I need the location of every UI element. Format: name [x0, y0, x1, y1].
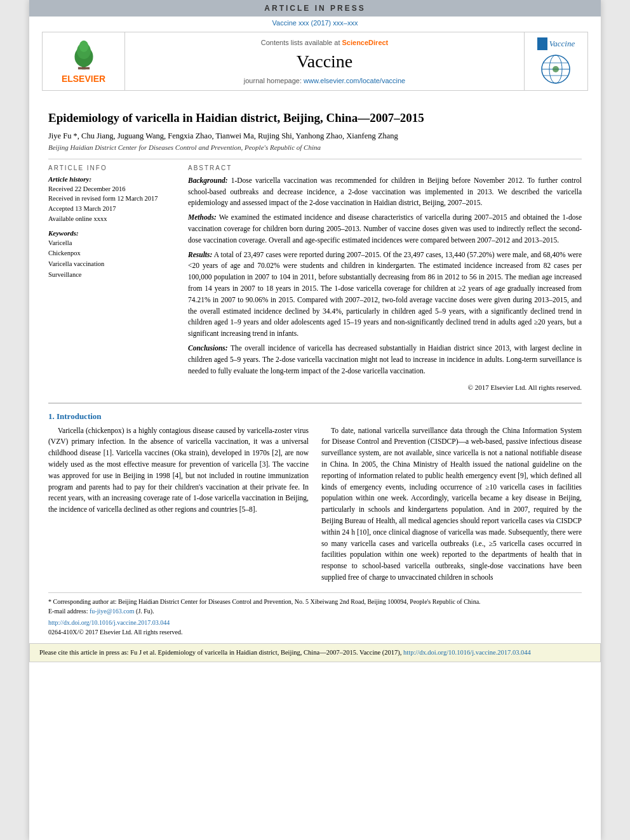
- abstract-text: Background: 1-Dose varicella vaccination…: [188, 175, 582, 393]
- introduction-section: 1. Introduction Varicella (chickenpox) i…: [29, 411, 601, 587]
- vaccine-flag-icon: [537, 37, 547, 50]
- corresponding-author-note: * Corresponding author at: Beijing Haidi…: [48, 597, 582, 606]
- conclusions-label: Conclusions:: [188, 344, 228, 352]
- background-text: 1-Dose varicella vaccination was recomme…: [188, 177, 582, 207]
- section-number: 1.: [48, 411, 55, 421]
- results-label: Results:: [188, 251, 212, 258]
- abstract-results: Results: A total of 23,497 cases were re…: [188, 250, 582, 340]
- citation-prefix: Please cite this article in press as: Fu…: [39, 649, 403, 656]
- intro-two-columns: Varicella (chickenpox) is a highly conta…: [48, 425, 582, 587]
- article-title: Epidemiology of varicella in Haidian dis…: [48, 110, 582, 126]
- methods-label: Methods:: [188, 213, 217, 221]
- article-info-label: ARTICLE INFO: [48, 164, 175, 171]
- intro-left-text: Varicella (chickenpox) is a highly conta…: [48, 425, 309, 516]
- abstract-conclusions: Conclusions: The overall incidence of va…: [188, 343, 582, 377]
- vaccine-brand-text: Vaccine: [549, 39, 575, 49]
- svg-point-10: [553, 66, 559, 72]
- footnote-area: * Corresponding author at: Beijing Haidi…: [48, 592, 582, 637]
- article-history-label: Article history:: [48, 175, 175, 183]
- article-history-group: Article history: Received 22 December 20…: [48, 175, 175, 224]
- elsevier-tree-icon: [65, 39, 103, 71]
- main-content: Epidemiology of varicella in Haidian dis…: [29, 93, 601, 404]
- accepted-date: Accepted 13 March 2017: [48, 204, 175, 214]
- article-info-column: ARTICLE INFO Article history: Received 2…: [48, 164, 175, 393]
- citation-link[interactable]: http://dx.doi.org/10.1016/j.vaccine.2017…: [403, 649, 531, 656]
- available-online: Available online xxxx: [48, 214, 175, 224]
- keyword-4: Surveillance: [48, 270, 175, 281]
- svg-point-3: [79, 40, 88, 51]
- section-title: 1. Introduction: [48, 411, 582, 422]
- svg-rect-4: [77, 67, 89, 69]
- revised-date: Received in revised form 12 March 2017: [48, 194, 175, 204]
- article-info-abstract-columns: ARTICLE INFO Article history: Received 2…: [48, 164, 582, 393]
- elsevier-logo-container: ELSEVIER: [43, 32, 125, 90]
- received-date: Received 22 December 2016: [48, 184, 175, 194]
- homepage-url[interactable]: www.elsevier.com/locate/vaccine: [304, 77, 405, 84]
- journal-center-info: Contents lists available at ScienceDirec…: [125, 32, 524, 90]
- results-text: A total of 23,497 cases were reported du…: [188, 251, 582, 338]
- conclusions-text: The overall incidence of varicella has d…: [188, 344, 582, 375]
- abstract-column: ABSTRACT Background: 1-Dose varicella va…: [188, 164, 582, 393]
- vaccine-globe-icon: [540, 53, 572, 85]
- doi-line: Vaccine xxx (2017) xxx–xxx: [29, 17, 601, 29]
- citation-bar: Please cite this article in press as: Fu…: [29, 643, 601, 662]
- section-name: Introduction: [57, 411, 102, 421]
- abstract-background: Background: 1-Dose varicella vaccination…: [188, 175, 582, 209]
- keywords-label: Keywords:: [48, 229, 175, 237]
- keyword-2: Chickenpox: [48, 248, 175, 259]
- keyword-1: Varicella: [48, 238, 175, 249]
- affiliation-line: Beijing Haidian District Center for Dise…: [48, 143, 582, 151]
- authors-line: Jiye Fu *, Chu Jiang, Juguang Wang, Feng…: [48, 131, 582, 141]
- intro-right-column: To date, national varicella surveillance…: [321, 425, 582, 587]
- contents-line: Contents lists available at ScienceDirec…: [261, 39, 389, 46]
- email-note: E-mail address: fu-jiye@163.com (J. Fu).: [48, 606, 582, 616]
- intro-right-text: To date, national varicella surveillance…: [321, 425, 582, 583]
- email-link[interactable]: fu-jiye@163.com: [90, 608, 135, 615]
- background-label: Background:: [188, 177, 228, 184]
- copyright-line: © 2017 Elsevier Ltd. All rights reserved…: [188, 382, 582, 393]
- keywords-group: Keywords: Varicella Chickenpox Varicella…: [48, 229, 175, 281]
- abstract-methods: Methods: We examined the estimated incid…: [188, 212, 582, 246]
- methods-text: We examined the estimated incidence and …: [188, 213, 582, 244]
- keyword-3: Varicella vaccination: [48, 259, 175, 270]
- divider-top: [48, 159, 582, 159]
- keywords-list: Varicella Chickenpox Varicella vaccinati…: [48, 238, 175, 281]
- doi-footer-link[interactable]: http://dx.doi.org/10.1016/j.vaccine.2017…: [48, 618, 582, 627]
- journal-homepage: journal homepage: www.elsevier.com/locat…: [244, 77, 405, 84]
- intro-left-column: Varicella (chickenpox) is a highly conta…: [48, 425, 309, 587]
- journal-name: Vaccine: [297, 51, 353, 72]
- divider-bottom: [48, 403, 582, 404]
- journal-header: ELSEVIER Contents lists available at Sci…: [42, 32, 588, 91]
- vaccine-logo-right-container: Vaccine: [524, 32, 587, 90]
- science-direct-link[interactable]: ScienceDirect: [342, 39, 389, 46]
- elsevier-brand-text: ELSEVIER: [62, 74, 105, 84]
- abstract-label: ABSTRACT: [188, 164, 582, 171]
- article-in-press-banner: ARTICLE IN PRESS: [29, 0, 601, 17]
- issn-line: 0264-410X/© 2017 Elsevier Ltd. All right…: [48, 627, 582, 637]
